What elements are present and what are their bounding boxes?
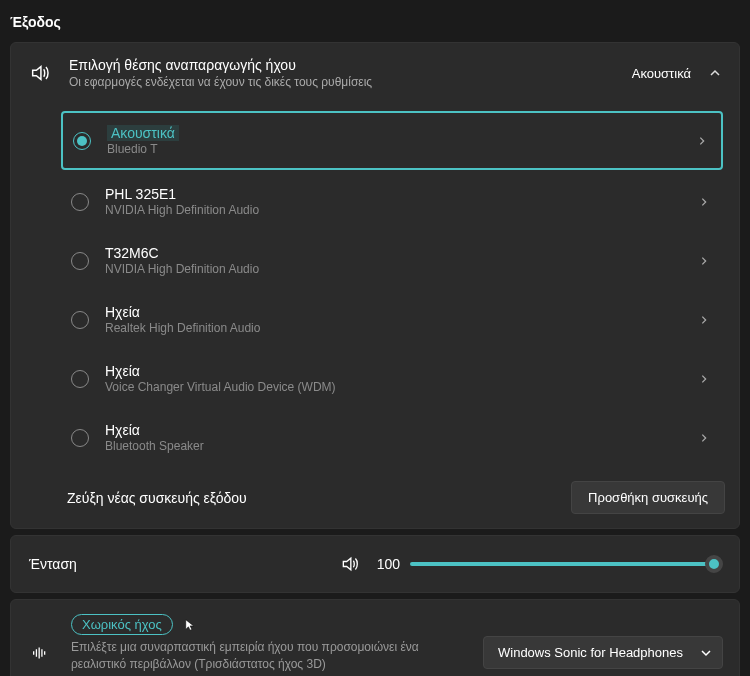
volume-slider[interactable] <box>410 562 721 566</box>
spatial-icon <box>11 642 71 664</box>
device-name: Ηχεία <box>105 422 699 438</box>
output-current-value: Ακουστικά <box>632 66 691 81</box>
volume-icon[interactable] <box>340 554 360 574</box>
chevron-right-icon[interactable] <box>699 315 709 325</box>
device-row[interactable]: T32M6CNVIDIA High Definition Audio <box>61 233 723 288</box>
speaker-icon <box>29 62 51 84</box>
device-name: Ηχεία <box>105 304 699 320</box>
device-name: Ηχεία <box>105 363 699 379</box>
chevron-up-icon <box>709 67 721 79</box>
pair-label: Ζεύξη νέας συσκευής εξόδου <box>67 490 247 506</box>
device-row[interactable]: ΗχείαVoice Changer Virtual Audio Device … <box>61 351 723 406</box>
radio-button[interactable] <box>71 370 89 388</box>
output-device-card: Επιλογή θέσης αναπαραγωγής ήχου Οι εφαρμ… <box>10 42 740 529</box>
page-title: Έξοδος <box>0 0 750 42</box>
device-row[interactable]: ΑκουστικάBluedio T <box>61 111 723 170</box>
volume-label: Ένταση <box>29 556 340 572</box>
device-row[interactable]: ΗχείαRealtek High Definition Audio <box>61 292 723 347</box>
add-device-button[interactable]: Προσθήκη συσκευής <box>571 481 725 514</box>
device-name: PHL 325E1 <box>105 186 699 202</box>
radio-button[interactable] <box>71 193 89 211</box>
chevron-down-icon <box>700 647 712 659</box>
chevron-right-icon[interactable] <box>699 374 709 384</box>
spatial-subtitle: Επιλέξτε μια συναρπαστική εμπειρία ήχου … <box>71 639 461 673</box>
spatial-audio-card: Χωρικός ήχος Επιλέξτε μια συναρπαστική ε… <box>10 599 740 676</box>
spatial-select-label: Windows Sonic for Headphones <box>498 645 700 660</box>
chevron-right-icon[interactable] <box>699 197 709 207</box>
device-row[interactable]: ΗχείαBluetooth Speaker <box>61 410 723 465</box>
radio-button[interactable] <box>71 429 89 447</box>
cursor-icon <box>184 618 200 634</box>
pair-row: Ζεύξη νέας συσκευής εξόδου Προσθήκη συσκ… <box>11 469 739 528</box>
volume-slider-thumb[interactable] <box>705 555 723 573</box>
chevron-right-icon[interactable] <box>697 136 707 146</box>
device-sub: Realtek High Definition Audio <box>105 321 699 335</box>
radio-button[interactable] <box>73 132 91 150</box>
device-sub: NVIDIA High Definition Audio <box>105 262 699 276</box>
radio-button[interactable] <box>71 252 89 270</box>
radio-button[interactable] <box>71 311 89 329</box>
device-name: Ακουστικά <box>107 125 179 141</box>
output-title: Επιλογή θέσης αναπαραγωγής ήχου <box>69 57 632 73</box>
device-sub: Bluedio T <box>107 142 697 156</box>
output-device-header[interactable]: Επιλογή θέσης αναπαραγωγής ήχου Οι εφαρμ… <box>11 43 739 103</box>
spatial-select[interactable]: Windows Sonic for Headphones <box>483 636 723 669</box>
volume-value: 100 <box>372 556 400 572</box>
device-row[interactable]: PHL 325E1NVIDIA High Definition Audio <box>61 174 723 229</box>
output-subtitle: Οι εφαρμογές ενδέχεται να έχουν τις δικέ… <box>69 75 632 89</box>
device-name: T32M6C <box>105 245 699 261</box>
device-sub: NVIDIA High Definition Audio <box>105 203 699 217</box>
device-list: ΑκουστικάBluedio TPHL 325E1NVIDIA High D… <box>11 103 739 465</box>
spatial-title[interactable]: Χωρικός ήχος <box>71 614 173 635</box>
chevron-right-icon[interactable] <box>699 433 709 443</box>
device-sub: Voice Changer Virtual Audio Device (WDM) <box>105 380 699 394</box>
volume-card: Ένταση 100 <box>10 535 740 593</box>
device-sub: Bluetooth Speaker <box>105 439 699 453</box>
chevron-right-icon[interactable] <box>699 256 709 266</box>
